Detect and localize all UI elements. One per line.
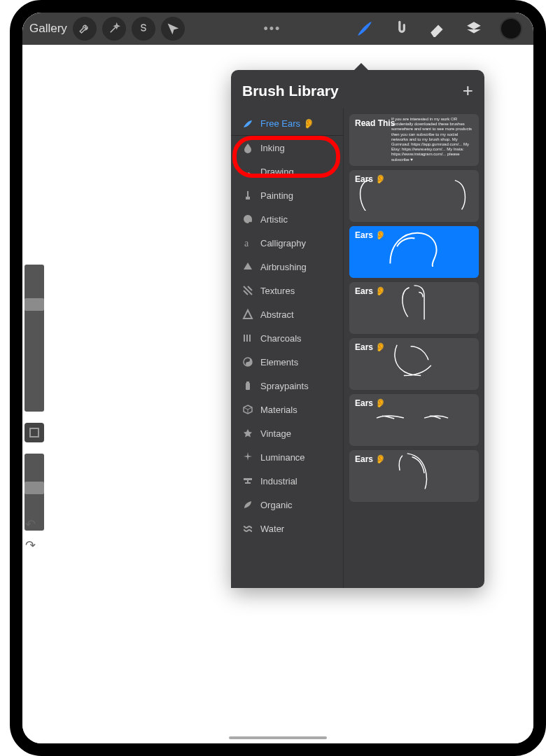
procreate-canvas[interactable]: Gallery ••• [22,13,533,743]
redo-button[interactable]: ↷ [25,538,46,554]
undo-icon: ↶ [25,517,36,531]
layers-icon [465,20,483,38]
waves-icon [242,523,253,534]
category-label: Drawing [260,167,294,177]
add-brush-set-button[interactable]: + [463,80,473,102]
eraser-tool-button[interactable] [427,18,448,39]
category-palette[interactable]: Artistic [231,207,343,231]
category-leaf[interactable]: Organic [231,493,343,517]
category-label: Artistic [260,214,288,225]
brush-preview [349,226,479,267]
ipad-device-frame: Gallery ••• [10,0,546,756]
brush-tool-button[interactable] [354,18,375,39]
brush-item[interactable]: Ears 👂 [349,450,479,502]
category-label: Industrial [260,476,298,486]
category-brushstroke[interactable]: Free Ears 👂 [231,111,343,136]
category-label: Abstract [260,309,294,320]
redo-icon: ↷ [25,538,36,552]
category-star[interactable]: Vintage [231,421,343,445]
category-yinyang[interactable]: Elements [231,350,343,374]
yinyang-icon [242,356,253,368]
star-icon [242,428,253,439]
brush-item[interactable]: Ears 👂 [349,338,479,390]
paintbrush-icon [242,190,253,201]
brush-list[interactable]: Read ThisIf you are interested in my wor… [344,108,484,588]
category-label: Charcoals [260,333,302,344]
smudge-tool-button[interactable] [391,18,412,39]
category-label: Painting [260,190,293,201]
triangle-icon [242,309,253,320]
category-label: Elements [260,357,298,368]
brush-item[interactable]: Ears 👂 [349,226,479,278]
plus-icon: + [463,80,473,101]
canister-icon [242,380,253,391]
brush-opacity-thumb[interactable] [24,482,44,494]
selection-s-button[interactable] [132,17,155,41]
category-squiggle[interactable]: Drawing [231,160,343,183]
category-sparkle[interactable]: Luminance [231,445,343,469]
category-cube[interactable]: Materials [231,398,343,421]
category-lines[interactable]: Charcoals [231,326,343,350]
category-label: Inking [260,143,285,153]
category-label: Water [260,524,284,534]
brush-preview [349,394,479,435]
actions-wrench-button[interactable] [73,17,97,41]
category-label: Airbrushing [260,262,307,272]
category-anvil[interactable]: Industrial [231,469,343,493]
layers-button[interactable] [463,18,484,39]
squiggle-icon [242,166,253,177]
brush-size-thumb[interactable] [24,298,44,311]
wrench-icon [78,22,91,35]
lines-icon [242,332,253,344]
category-triangle[interactable]: Abstract [231,302,343,326]
magic-wand-icon [108,22,120,35]
category-label: Spraypaints [260,381,309,391]
brush-item[interactable]: Ears 👂 [349,282,479,334]
eraser-icon [428,20,447,38]
category-label: Vintage [260,428,291,439]
canvas-options-button[interactable]: ••• [262,22,283,36]
color-picker-button[interactable] [500,18,522,40]
brush-category-list[interactable]: Free Ears 👂InkingDrawingPaintingArtistic… [231,108,344,588]
brush-item[interactable]: Ears 👂 [349,394,479,446]
sparkle-icon [242,451,253,463]
brush-size-slider[interactable] [24,265,44,412]
cube-icon [242,404,253,415]
modify-button[interactable] [24,423,44,442]
smudge-finger-icon [392,20,410,38]
svg-rect-3 [246,382,249,383]
category-spray[interactable]: Airbrushing [231,255,343,279]
category-canister[interactable]: Spraypaints [231,374,343,398]
category-label: Luminance [260,452,305,463]
adjust-wand-button[interactable] [102,17,126,41]
palette-icon [242,214,253,225]
square-icon [29,428,39,438]
cursor-arrow-icon [167,22,179,35]
category-waves[interactable]: Water [231,517,343,540]
category-drop[interactable]: Inking [231,136,343,160]
script-a-icon: a [242,237,253,248]
brushstroke-icon [242,118,253,129]
svg-rect-2 [246,383,250,390]
undo-button[interactable]: ↶ [25,517,46,533]
selection-s-icon [137,22,150,35]
brush-item[interactable]: Read ThisIf you are interested in my wor… [349,114,479,166]
brush-readme-text: If you are interested in my work OR acci… [391,117,475,162]
category-label: Organic [260,500,293,510]
category-script-a[interactable]: aCalligraphy [231,231,343,255]
leaf-icon [242,499,253,510]
brush-preview [349,282,479,323]
gallery-button[interactable]: Gallery [29,22,67,36]
spray-icon [242,261,253,272]
home-indicator [229,736,327,739]
transform-arrow-button[interactable] [161,17,185,41]
brush-item[interactable]: Ears 👂 [349,170,479,222]
anvil-icon [242,475,253,486]
category-label: Materials [260,405,298,415]
hatch-icon [242,285,253,296]
ellipsis-icon: ••• [263,22,281,36]
svg-text:a: a [244,238,249,248]
category-paintbrush[interactable]: Painting [231,183,343,207]
category-hatch[interactable]: Textures [231,279,343,302]
brush-library-popover: Brush Library + Free Ears 👂InkingDrawing… [231,70,484,588]
